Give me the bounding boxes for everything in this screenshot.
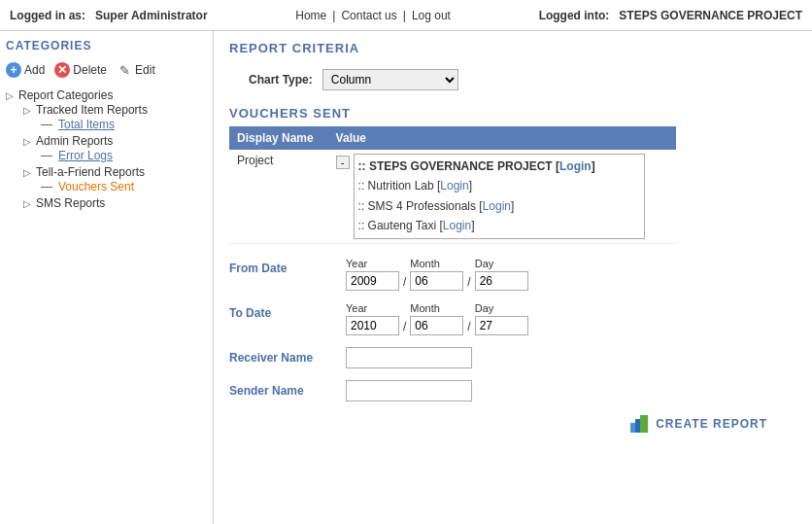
project-item-4[interactable]: :: Gauteng Taxi [Login] xyxy=(358,216,640,235)
sender-name-input[interactable] xyxy=(346,380,472,402)
tell-friend-expand-icon: ▷ xyxy=(23,167,31,178)
sender-name-label: Sender Name xyxy=(229,380,346,398)
sender-name-row: Sender Name xyxy=(229,380,796,402)
from-date-row: From Date Year 2009 / Month / Day xyxy=(229,258,796,291)
nav-sep2: | xyxy=(403,9,406,22)
col-value: Value xyxy=(328,126,676,150)
project-value-cell: - :: STEPS GOVERNANCE PROJECT [Login] ::… xyxy=(328,150,676,244)
from-year-label: Year xyxy=(346,258,367,269)
table-row: Project - :: STEPS GOVERNANCE PROJECT [L… xyxy=(229,150,676,244)
total-items-item: — Total Items xyxy=(41,117,207,132)
login-link-1[interactable]: Login xyxy=(559,159,592,173)
to-year-group: Year xyxy=(346,302,399,335)
nav-links: Home | Contact us | Log out xyxy=(295,9,451,22)
vouchers-sent-item: — Vouchers Sent xyxy=(41,179,207,194)
report-categories-label[interactable]: ▷ Report Categories xyxy=(6,88,207,102)
logged-into-label: Logged into: xyxy=(539,9,610,22)
create-report-icon xyxy=(628,413,650,435)
tree-root-item: ▷ Report Categories ▷ Tracked Item Repor… xyxy=(6,87,207,212)
admin-label: Admin Reports xyxy=(36,134,113,148)
project-item-1[interactable]: :: STEPS GOVERNANCE PROJECT [Login] xyxy=(358,157,640,176)
tell-friend-reports-label[interactable]: ▷ Tell-a-Friend Reports xyxy=(23,165,207,179)
to-date-fields: Year / Month / Day xyxy=(346,302,528,335)
tracked-children: — Total Items xyxy=(23,117,207,132)
to-month-label: Month xyxy=(410,302,440,314)
root-label: Report Categories xyxy=(18,88,113,102)
logged-into-info: Logged into: STEPS GOVERNANCE PROJECT xyxy=(539,9,802,22)
project-item-3[interactable]: :: SMS 4 Professionals [Login] xyxy=(358,196,640,216)
project-expand-button[interactable]: - xyxy=(336,156,350,169)
from-month-input[interactable] xyxy=(410,271,463,291)
home-link[interactable]: Home xyxy=(295,9,326,22)
sms-reports-item: ▷ SMS Reports xyxy=(23,195,207,211)
content-area: REPORT CRITERIA Chart Type: Column Bar L… xyxy=(214,31,812,524)
to-year-input[interactable] xyxy=(346,316,399,335)
add-button[interactable]: + Add xyxy=(6,62,45,78)
add-label: Add xyxy=(24,63,45,77)
vouchers-sent-link[interactable]: Vouchers Sent xyxy=(58,180,134,193)
section-title: VOUCHERS SENT xyxy=(229,106,796,121)
project-item-5[interactable]: :: My Project [Login] xyxy=(358,236,640,239)
logout-link[interactable]: Log out xyxy=(412,9,451,22)
chart-type-label: Chart Type: xyxy=(249,73,313,87)
project-name: STEPS GOVERNANCE PROJECT xyxy=(619,9,802,22)
chart-type-select[interactable]: Column Bar Line Pie xyxy=(322,69,458,90)
to-month-input[interactable] xyxy=(410,316,463,335)
contact-link[interactable]: Contact us xyxy=(341,9,396,22)
from-year-input[interactable]: 2009 xyxy=(346,271,399,291)
admin-expand-icon: ▷ xyxy=(23,136,31,147)
from-date-fields: Year 2009 / Month / Day xyxy=(346,258,528,291)
create-report-button[interactable]: CREATE REPORT xyxy=(628,413,767,435)
from-year-group: Year 2009 xyxy=(346,258,399,291)
edit-label: Edit xyxy=(135,63,155,77)
tracked-item-reports-label[interactable]: ▷ Tracked Item Reports xyxy=(23,103,207,117)
from-day-label: Day xyxy=(475,258,494,269)
from-month-group: Month xyxy=(410,258,463,291)
to-day-group: Day xyxy=(475,302,528,335)
error-logs-link[interactable]: Error Logs xyxy=(58,149,113,162)
dash-icon: — xyxy=(41,118,52,131)
tell-friend-children: — Vouchers Sent xyxy=(23,179,207,194)
project-display-name-cell: Project xyxy=(229,150,328,244)
top-bar: Logged in as: Super Administrator Home |… xyxy=(0,0,812,31)
login-link-4[interactable]: Login xyxy=(443,219,471,232)
content-title: REPORT CRITERIA xyxy=(229,41,796,55)
from-day-input[interactable] xyxy=(475,271,528,291)
to-sep1: / xyxy=(403,304,406,333)
sidebar: CATEGORIES + Add ✕ Delete ✎ Edit ▷ Repor… xyxy=(0,31,214,524)
admin-reports-item: ▷ Admin Reports — Error Logs xyxy=(23,133,207,164)
tracked-expand-icon: ▷ xyxy=(23,105,31,116)
sms-reports-label[interactable]: ▷ SMS Reports xyxy=(23,196,207,210)
delete-button[interactable]: ✕ Delete xyxy=(54,62,107,78)
total-items-link[interactable]: Total Items xyxy=(58,118,115,131)
username: Super Administrator xyxy=(95,9,208,22)
col-display-name: Display Name xyxy=(229,126,328,150)
project-scrollbox[interactable]: :: STEPS GOVERNANCE PROJECT [Login] :: N… xyxy=(354,154,645,239)
tracked-item-reports-item: ▷ Tracked Item Reports — Total Items xyxy=(23,102,207,133)
sidebar-toolbar: + Add ✕ Delete ✎ Edit xyxy=(6,62,207,78)
login-link-3[interactable]: Login xyxy=(483,199,511,213)
dash-icon3: — xyxy=(41,180,52,193)
total-items-label[interactable]: — Total Items xyxy=(41,118,207,131)
root-expand-icon: ▷ xyxy=(6,90,14,101)
error-logs-label[interactable]: — Error Logs xyxy=(41,149,207,162)
receiver-name-input[interactable] xyxy=(346,347,472,368)
login-link-2[interactable]: Login xyxy=(440,179,468,192)
tree-children: ▷ Tracked Item Reports — Total Items xyxy=(6,102,207,211)
from-month-label: Month xyxy=(410,258,440,269)
tell-friend-reports-item: ▷ Tell-a-Friend Reports — Vouchers Sent xyxy=(23,164,207,195)
edit-button[interactable]: ✎ Edit xyxy=(117,62,155,78)
svg-rect-2 xyxy=(640,415,648,433)
tell-friend-label: Tell-a-Friend Reports xyxy=(36,165,145,179)
project-item-2[interactable]: :: Nutrition Lab [Login] xyxy=(358,176,640,195)
create-report-row: CREATE REPORT xyxy=(229,413,796,435)
admin-children: — Error Logs xyxy=(23,148,207,163)
to-date-row: To Date Year / Month / Day xyxy=(229,302,796,335)
sidebar-title: CATEGORIES xyxy=(6,39,207,52)
to-day-input[interactable] xyxy=(475,316,528,335)
from-sep1: / xyxy=(403,260,406,289)
vouchers-sent-label[interactable]: — Vouchers Sent xyxy=(41,180,207,193)
nav-sep1: | xyxy=(332,9,335,22)
admin-reports-label[interactable]: ▷ Admin Reports xyxy=(23,134,207,148)
report-table: Display Name Value Project - :: STEPS GO… xyxy=(229,126,676,244)
